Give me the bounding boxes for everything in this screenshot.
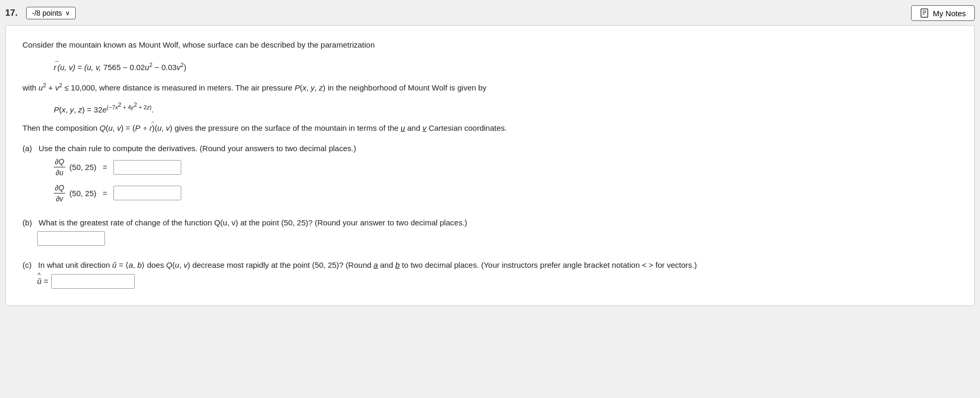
part-b-letter: (b) — [22, 218, 32, 227]
dq-dv-point: (50, 25) — [69, 189, 97, 198]
chevron-down-icon: ∨ — [65, 9, 70, 17]
my-notes-label: My Notes — [933, 9, 966, 18]
svg-rect-0 — [921, 9, 928, 17]
equals-2: = — [103, 189, 108, 198]
part-a: (a) Use the chain rule to compute the de… — [22, 144, 958, 203]
part-c-input[interactable] — [51, 274, 135, 289]
u-hat-label: ^ û = — [37, 277, 48, 286]
question-number: 17. — [5, 8, 20, 18]
question-card: Consider the mountain known as Mount Wol… — [5, 25, 975, 306]
part-c-label: (c) In what unit direction û = ⟨a, b⟩ do… — [22, 260, 958, 270]
part-c-letter: (c) — [22, 260, 32, 269]
part-c-row: ^ û = — [37, 274, 958, 289]
points-badge-button[interactable]: -/8 points ∨ — [26, 7, 76, 19]
part-a-label: (a) Use the chain rule to compute the de… — [22, 144, 958, 153]
part-b-instruction: What is the greatest rate of change of t… — [39, 218, 467, 227]
pressure-formula: P(x, y, z) = 32e(−7x2 + 4y2 + 2z). — [54, 101, 958, 114]
dq-du-point: (50, 25) — [69, 163, 97, 172]
equals-1: = — [103, 163, 108, 172]
formula-r: → r (u, v) = (u, v, 7565 − 0.02u2 − 0.03… — [54, 59, 958, 75]
dq-dv-input[interactable] — [113, 186, 181, 200]
part-c: (c) In what unit direction û = ⟨a, b⟩ do… — [22, 260, 958, 289]
points-label: -/8 points — [32, 9, 62, 17]
intro-text-3: Then the composition Q(u, v) = (P ∘ →r)(… — [22, 121, 958, 135]
part-a-instruction: Use the chain rule to compute the deriva… — [39, 144, 356, 153]
part-b-label: (b) What is the greatest rate of change … — [22, 218, 958, 227]
part-b-input[interactable] — [37, 231, 105, 246]
my-notes-button[interactable]: My Notes — [911, 5, 975, 21]
dq-du-fraction: ∂Q ∂u — [54, 157, 65, 177]
dq-du-row: ∂Q ∂u (50, 25) = — [54, 157, 958, 177]
notes-icon — [920, 8, 929, 18]
intro-text-1: Consider the mountain known as Mount Wol… — [22, 38, 958, 52]
dq-dv-row: ∂Q ∂v (50, 25) = — [54, 183, 958, 203]
part-b: (b) What is the greatest rate of change … — [22, 218, 958, 246]
dq-dv-fraction: ∂Q ∂v — [54, 183, 65, 203]
dq-du-input[interactable] — [113, 160, 181, 175]
intro-text-2: with u2 + v2 ≤ 10,000, where distance is… — [22, 81, 958, 95]
part-a-letter: (a) — [22, 144, 32, 153]
